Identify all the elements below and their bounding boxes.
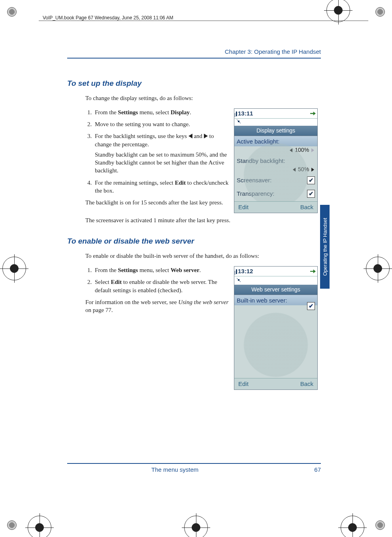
left-arrow-icon [290,148,292,152]
phone2-subicons [234,276,317,285]
running-head: Chapter 3: Operating the IP Handset [225,48,321,55]
registration-target-bottom-c [184,516,208,537]
phone-screenshot-display: 13:11 Display settings Active backlight:… [234,108,318,213]
signal-icon [236,112,237,116]
registration-target-left [2,257,26,280]
book-header: VoIP_UM.book Page 67 Wednesday, June 25,… [43,15,173,21]
page-footer: The menu system 67 [67,463,321,473]
display-after-2: The screensaver is activated 1 minute af… [85,216,318,224]
satellite-icon [236,119,241,124]
txt: For information on the web server, see [85,299,178,305]
checkbox-icon[interactable]: ✔ [307,302,315,310]
bold: Web server [171,267,200,273]
txt: . [200,267,201,273]
crop-mark-tr [375,7,385,17]
svg-line-1 [237,119,238,121]
globe-bg [234,295,317,378]
phone2-statusbar: 13:12 [234,267,317,276]
txt: For the backlight settings, use the keys [95,133,188,139]
txt: From the [95,267,118,273]
footer-page-number: 67 [314,466,321,473]
label: Screensaver: [237,177,271,183]
phone1-row-screensaver[interactable]: Screensaver:✔ [234,175,317,185]
webserver-step-2: Select Edit to enable or disable the web… [93,278,230,294]
phone1-row-transparency[interactable]: Transparency:✔ [234,188,317,199]
section-display-title: To set up the display [67,78,318,89]
phone2-row-builtin[interactable]: Built-in web server:✔ [234,295,317,305]
phone1-row-standby-backlight[interactable]: Standby backlight: [234,155,317,166]
right-arrow-icon [204,134,208,138]
svg-line-4 [237,278,238,280]
phone1-softkey-back[interactable]: Back [300,203,313,211]
phone2-time: 13:12 [238,268,253,274]
display-step-3: For the backlight settings, use the keys… [93,132,230,174]
txt: From the [95,109,118,115]
crop-mark-br [375,520,385,530]
display-step-2: Move to the setting you want to change. [93,120,230,128]
txt: . [190,109,191,115]
svg-line-5 [239,280,241,282]
display-after-1: The backlight is on for 15 seconds after… [85,199,230,206]
phone1-subicons [234,119,317,126]
sync-icon [310,269,316,274]
phone1-row-active-backlight[interactable]: Active backlight: [234,136,317,146]
section-webserver-title: To enable or disable the web server [67,236,318,246]
phone2-softkey-back[interactable]: Back [300,380,313,388]
display-step-1: From the Settings menu, select Display. [93,108,230,116]
phone1-time: 13:11 [238,110,253,117]
txt: menu, select [138,267,170,273]
section-display-intro: To change the display settings, do as fo… [85,94,318,102]
display-step-3-note: Standby backlight can be set to maximum … [95,151,230,175]
side-tab-label: Operating the IP Handset [322,218,328,276]
bold: Edit [175,180,186,186]
val-text: 100% [295,147,309,153]
phone2-title: Web server settings [234,285,317,295]
satellite-icon [236,277,241,283]
val-text: 50% [298,166,309,172]
webserver-steps: From the Settings menu, select Web serve… [85,266,230,294]
right-arrow-icon [311,168,314,172]
checkbox-icon[interactable]: ✔ [307,190,315,198]
section-webserver-intro: To enable or disable the built-in web se… [85,252,318,260]
footer-title: The menu system [151,466,198,473]
txt: on page 77. [85,307,113,313]
bold: Display [171,109,190,115]
display-step-4: For the remaining settings, select Edit … [93,179,230,195]
phone1-softkey-edit[interactable]: Edit [238,203,249,211]
checkbox-icon[interactable]: ✔ [307,176,315,184]
txt: menu, select [138,109,170,115]
txt: For the remaining settings, select [95,180,175,186]
right-arrow-icon [311,148,314,152]
phone2-softkey-edit[interactable]: Edit [238,380,249,388]
phone1-val-standby: 50% [234,166,317,175]
bold: Settings [118,267,138,273]
phone-screenshot-webserver: 13:12 Web server settings Built-in web s… [234,266,318,390]
registration-target-right [366,257,390,280]
left-arrow-icon [188,134,192,138]
phone1-val-active: 100% [234,146,317,155]
phone1-title: Display settings [234,126,317,136]
sync-icon [310,111,316,116]
left-arrow-icon [293,168,296,172]
side-tab: Operating the IP Handset [320,205,330,289]
bold: Edit [111,279,122,285]
webserver-after: For information on the web server, see U… [85,298,230,314]
italic: Using the web server [178,299,228,305]
label: Built-in web server: [237,297,287,304]
registration-target-bottom-l [28,516,51,537]
svg-line-2 [239,122,241,123]
txt: and [192,133,204,139]
header-rule [39,21,368,21]
top-rule [67,58,321,59]
crop-mark-tl [7,7,17,17]
phone1-statusbar: 13:11 [234,109,317,119]
label: Transparency: [237,190,274,197]
registration-target-bottom-r [341,516,364,537]
signal-icon [236,269,237,274]
registration-target-top [326,0,350,22]
display-steps: From the Settings menu, select Display. … [85,108,230,195]
txt: Select [95,279,111,285]
crop-mark-bl [7,520,17,530]
bold: Settings [118,109,138,115]
webserver-step-1: From the Settings menu, select Web serve… [93,266,230,274]
